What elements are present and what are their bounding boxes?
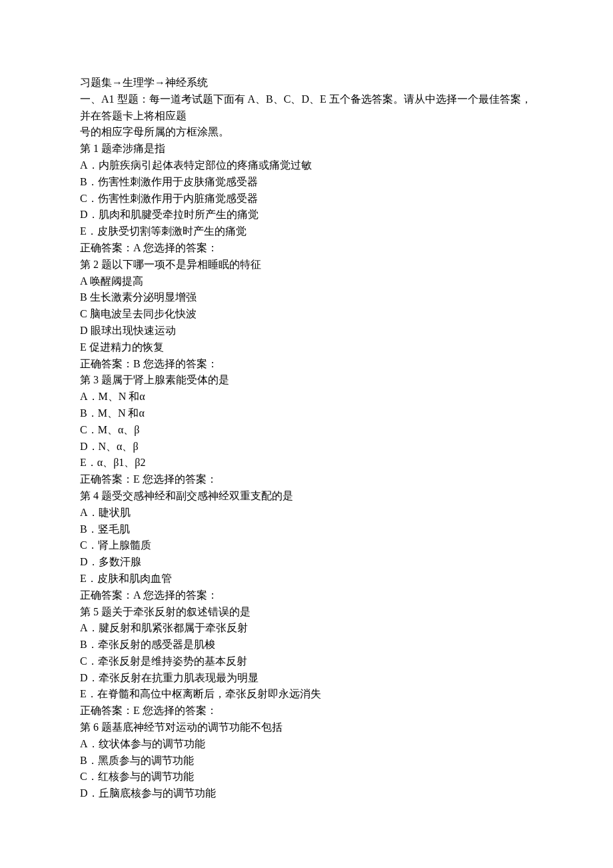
question-option: E．α、β1、β2 <box>80 455 533 471</box>
question-option: C．伤害性刺激作用于内脏痛觉感受器 <box>80 191 533 207</box>
question-option: C 脑电波呈去同步化快波 <box>80 306 533 323</box>
answer-line: 正确答案：E 您选择的答案： <box>80 471 533 488</box>
question-title: 第 4 题受交感神经和副交感神经双重支配的是 <box>80 488 533 505</box>
question-option: D．N、α、β <box>80 439 533 455</box>
answer-line: 正确答案：A 您选择的答案： <box>80 587 533 604</box>
question-option: D．牵张反射在抗重力肌表现最为明显 <box>80 670 533 687</box>
question-option: D 眼球出现快速运动 <box>80 323 533 339</box>
question-option: A．纹状体参与的调节功能 <box>80 736 533 753</box>
section-intro-line-1: 一、A1 型题：每一道考试题下面有 A、B、C、D、E 五个备选答案。请从中选择… <box>80 91 533 125</box>
answer-line: 正确答案：B 您选择的答案： <box>80 356 533 373</box>
question-option: C．肾上腺髓质 <box>80 537 533 554</box>
question-title: 第 5 题关于牵张反射的叙述错误的是 <box>80 604 533 621</box>
question-option: D．肌肉和肌腱受牵拉时所产生的痛觉 <box>80 207 533 223</box>
section-intro-line-2: 号的相应字母所属的方框涂黑。 <box>80 124 533 141</box>
question-option: D．多数汗腺 <box>80 554 533 571</box>
question-option: A．M、N 和α <box>80 389 533 405</box>
question-option: B 生长激素分泌明显增强 <box>80 289 533 306</box>
question-title: 第 6 题基底神经节对运动的调节功能不包括 <box>80 719 533 736</box>
question-option: A．内脏疾病引起体表特定部位的疼痛或痛觉过敏 <box>80 157 533 174</box>
question-option: E．皮肤和肌肉血管 <box>80 571 533 587</box>
question-option: E 促进精力的恢复 <box>80 339 533 356</box>
question-option: B．竖毛肌 <box>80 521 533 538</box>
question-title: 第 2 题以下哪一项不是异相睡眠的特征 <box>80 257 533 273</box>
question-option: D．丘脑底核参与的调节功能 <box>80 785 533 802</box>
question-option: B．伤害性刺激作用于皮肤痛觉感受器 <box>80 174 533 191</box>
question-option: B．牵张反射的感受器是肌梭 <box>80 637 533 653</box>
question-option: E．皮肤受切割等刺激时产生的痛觉 <box>80 223 533 240</box>
answer-line: 正确答案：E 您选择的答案： <box>80 703 533 719</box>
question-option: A．睫状肌 <box>80 505 533 521</box>
question-option: E．在脊髓和高位中枢离断后，牵张反射即永远消失 <box>80 686 533 703</box>
question-option: B．M、N 和α <box>80 405 533 422</box>
question-title: 第 3 题属于肾上腺素能受体的是 <box>80 372 533 389</box>
question-option: B．黑质参与的调节功能 <box>80 753 533 769</box>
breadcrumb: 习题集→生理学→神经系统 <box>80 75 533 91</box>
question-option: A．腱反射和肌紧张都属于牵张反射 <box>80 620 533 637</box>
question-option: C．红核参与的调节功能 <box>80 769 533 785</box>
answer-line: 正确答案：A 您选择的答案： <box>80 240 533 257</box>
question-option: C．M、α、β <box>80 422 533 439</box>
question-title: 第 1 题牵涉痛是指 <box>80 141 533 157</box>
document-page: 习题集→生理学→神经系统 一、A1 型题：每一道考试题下面有 A、B、C、D、E… <box>0 0 613 842</box>
question-option: A 唤醒阈提高 <box>80 273 533 290</box>
question-option: C．牵张反射是维持姿势的基本反射 <box>80 653 533 670</box>
